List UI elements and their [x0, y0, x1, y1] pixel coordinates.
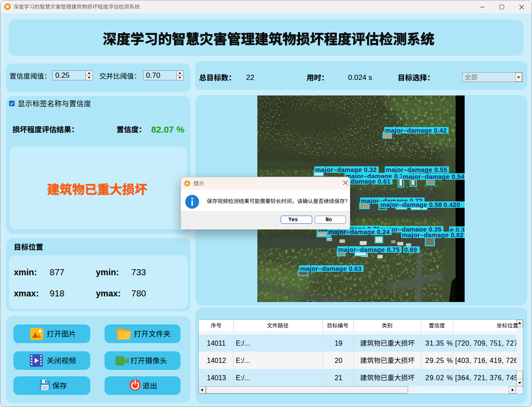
svg-text:major–damage 0.54: major–damage 0.54 — [403, 173, 465, 180]
svg-text:major–damage 0.82: major–damage 0.82 — [402, 231, 464, 238]
svg-text:0.420: 0.420 — [443, 201, 460, 208]
svg-text:major–damage 0.42: major–damage 0.42 — [385, 127, 447, 134]
svg-text:major–damage 0.58: major–damage 0.58 — [380, 201, 442, 208]
svg-text:major–damage 0.63: major–damage 0.63 — [300, 265, 362, 272]
svg-text:0.69: 0.69 — [404, 246, 417, 253]
svg-text:major–damage 0.75: major–damage 0.75 — [338, 246, 400, 253]
